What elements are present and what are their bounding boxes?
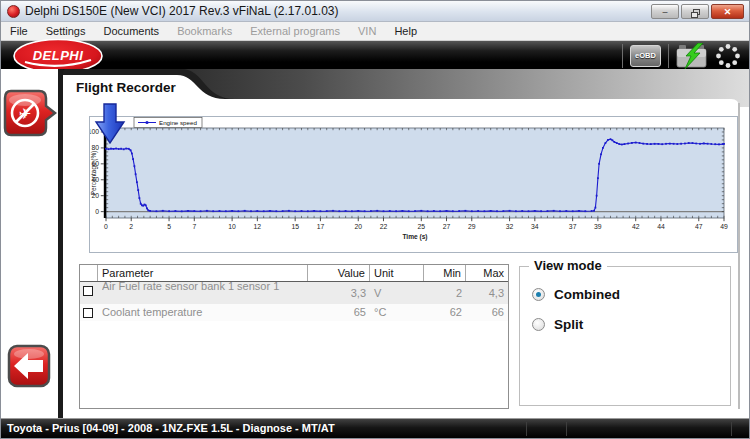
svg-text:0: 0 bbox=[104, 223, 108, 230]
svg-text:37: 37 bbox=[569, 223, 577, 230]
position-cursor-arrow-icon[interactable] bbox=[93, 103, 127, 145]
col-header-unit[interactable]: Unit bbox=[370, 265, 424, 281]
radio-combined[interactable] bbox=[532, 288, 545, 301]
vci-status-button[interactable] bbox=[676, 43, 708, 69]
window-title: Delphi DS150E (New VCI) 2017 Rev.3 vFiNa… bbox=[25, 4, 338, 18]
svg-text:20: 20 bbox=[354, 223, 362, 230]
back-arrow-icon bbox=[7, 344, 51, 388]
status-divider bbox=[526, 422, 527, 436]
status-divider bbox=[566, 422, 567, 436]
header-checkbox-spacer bbox=[80, 265, 98, 281]
restore-button[interactable] bbox=[681, 4, 709, 19]
svg-text:34: 34 bbox=[531, 223, 539, 230]
svg-text:12: 12 bbox=[254, 223, 262, 230]
parameter-unit: °C bbox=[370, 304, 424, 318]
loading-spinner-button[interactable] bbox=[715, 43, 741, 69]
tab-strip: Flight Recorder bbox=[63, 69, 750, 107]
minimize-button[interactable]: – bbox=[651, 4, 679, 19]
page-title: Flight Recorder bbox=[76, 80, 177, 95]
row-checkbox[interactable] bbox=[83, 286, 93, 296]
left-sidebar: ✈ bbox=[1, 69, 58, 418]
back-button[interactable] bbox=[7, 344, 51, 388]
svg-text:32: 32 bbox=[506, 223, 514, 230]
menu-bookmarks: Bookmarks bbox=[168, 22, 241, 40]
svg-text:42: 42 bbox=[632, 223, 640, 230]
view-mode-option-combined[interactable]: Combined bbox=[532, 287, 730, 302]
no-flight-icon: ✈ bbox=[3, 89, 57, 137]
col-header-max[interactable]: Max bbox=[466, 265, 508, 281]
parameter-max: 4,3 bbox=[466, 282, 508, 299]
title-bar: Delphi DS150E (New VCI) 2017 Rev.3 vFiNa… bbox=[1, 1, 749, 22]
toolbar-divider bbox=[622, 44, 623, 68]
svg-text:Percentage (%): Percentage (%) bbox=[90, 151, 98, 195]
vci-battery-icon bbox=[676, 43, 708, 69]
close-button[interactable]: ✕ bbox=[711, 4, 744, 19]
parameter-unit: V bbox=[370, 282, 424, 299]
vehicle-status-text: Toyota - Prius [04-09] - 2008 - 1NZ-FXE … bbox=[7, 422, 335, 434]
view-mode-title: View mode bbox=[529, 258, 607, 273]
svg-text:Engine speed: Engine speed bbox=[159, 119, 197, 126]
parameter-name: Coolant temperature bbox=[98, 304, 308, 318]
menu-vin: VIN bbox=[349, 22, 385, 40]
app-window: Delphi DS150E (New VCI) 2017 Rev.3 vFiNa… bbox=[0, 0, 750, 439]
delphi-logo-text: DELPHI bbox=[33, 48, 84, 63]
restore-icon bbox=[691, 9, 700, 18]
menu-file[interactable]: File bbox=[1, 22, 37, 40]
app-icon bbox=[7, 5, 20, 18]
spinner-icon bbox=[715, 43, 741, 69]
svg-text:7: 7 bbox=[192, 223, 196, 230]
view-mode-group: View mode Combined Split bbox=[519, 266, 731, 406]
table-header-row: Parameter Value Unit Min Max bbox=[80, 265, 508, 282]
status-divider bbox=[731, 422, 732, 436]
eobd-button[interactable]: eOBD bbox=[630, 45, 661, 67]
svg-text:49: 49 bbox=[720, 223, 728, 230]
svg-text:39: 39 bbox=[594, 223, 602, 230]
view-mode-option-split[interactable]: Split bbox=[532, 317, 730, 332]
radio-label: Combined bbox=[554, 287, 620, 302]
table-row[interactable]: Air Fuel rate sensor bank 1 sensor 1 3,3… bbox=[80, 282, 508, 304]
parameter-table: Parameter Value Unit Min Max Air Fuel ra… bbox=[79, 264, 509, 409]
col-header-min[interactable]: Min bbox=[424, 265, 466, 281]
row-checkbox[interactable] bbox=[83, 308, 93, 318]
flight-recorder-chart[interactable]: 0257101215172022252729323437394244474902… bbox=[90, 117, 737, 252]
svg-text:5: 5 bbox=[167, 223, 171, 230]
col-header-parameter[interactable]: Parameter bbox=[98, 265, 308, 281]
toolbar-divider bbox=[668, 44, 669, 68]
menu-documents[interactable]: Documents bbox=[94, 22, 168, 40]
svg-text:29: 29 bbox=[468, 223, 476, 230]
svg-text:44: 44 bbox=[657, 223, 665, 230]
svg-text:27: 27 bbox=[443, 223, 451, 230]
parameter-value: 3,3 bbox=[308, 282, 370, 299]
col-header-value[interactable]: Value bbox=[308, 265, 370, 281]
parameter-name: Air Fuel rate sensor bank 1 sensor 1 bbox=[102, 282, 304, 303]
svg-text:80: 80 bbox=[91, 144, 99, 151]
parameter-min: 62 bbox=[424, 304, 466, 318]
svg-text:22: 22 bbox=[380, 223, 388, 230]
parameter-value: 65 bbox=[308, 304, 370, 318]
main-content: Flight Recorder 025710121517202225272932… bbox=[63, 69, 749, 418]
svg-text:47: 47 bbox=[695, 223, 703, 230]
brand-banner: DELPHI eOBD bbox=[1, 40, 749, 69]
delphi-logo: DELPHI bbox=[13, 39, 103, 73]
svg-text:10: 10 bbox=[228, 223, 236, 230]
parameter-min: 2 bbox=[424, 282, 466, 299]
svg-text:0: 0 bbox=[95, 208, 99, 215]
parameter-max: 66 bbox=[466, 304, 508, 318]
svg-text:Time (s): Time (s) bbox=[402, 233, 427, 241]
svg-text:17: 17 bbox=[317, 223, 325, 230]
svg-text:15: 15 bbox=[291, 223, 299, 230]
svg-text:25: 25 bbox=[418, 223, 426, 230]
radio-split[interactable] bbox=[532, 318, 545, 331]
chart-panel: 0257101215172022252729323437394244474902… bbox=[89, 116, 738, 253]
panel-edge-line bbox=[738, 103, 740, 409]
menu-bar: File Settings Documents Bookmarks Extern… bbox=[1, 22, 749, 40]
exit-flight-recorder-button[interactable]: ✈ bbox=[3, 89, 57, 137]
menu-external-programs: External programs bbox=[241, 22, 349, 40]
radio-label: Split bbox=[554, 317, 583, 332]
menu-help[interactable]: Help bbox=[385, 22, 426, 40]
svg-text:2: 2 bbox=[129, 223, 133, 230]
menu-settings[interactable]: Settings bbox=[37, 22, 95, 40]
banner-toolbar: eOBD bbox=[622, 43, 741, 68]
status-bar: Toyota - Prius [04-09] - 2008 - 1NZ-FXE … bbox=[1, 418, 749, 438]
table-row[interactable]: Coolant temperature 65 °C 62 66 bbox=[80, 304, 508, 321]
